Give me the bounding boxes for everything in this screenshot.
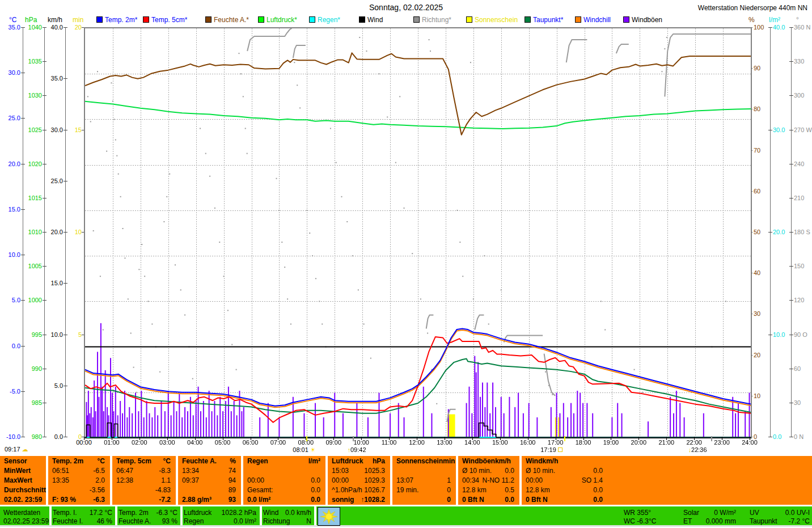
table-cell: 2.88 g/m³93 xyxy=(178,495,241,505)
cell-value: °C xyxy=(98,457,110,465)
axis-tick xyxy=(789,369,793,369)
legend-item-6: Wind xyxy=(359,16,383,24)
cell-label: 00:00 xyxy=(243,476,264,484)
axis-tick xyxy=(21,73,25,73)
legend-item-7: Richtung* xyxy=(413,16,451,24)
axis-tick xyxy=(43,95,46,96)
axis-label-lm2: 20.0 xyxy=(773,229,785,235)
time-tick xyxy=(556,437,556,440)
axis-label-deg: 30 xyxy=(794,399,801,406)
status-separator xyxy=(314,506,316,525)
cell-value: -6.5 xyxy=(93,467,110,475)
axis-label-deg: 60 xyxy=(794,365,801,372)
axis-label-hPa: 985 xyxy=(0,399,42,406)
cell-label: 00:00 xyxy=(522,476,543,484)
table-column-Feuchte A.: Feuchte A.%13:347409:3794892.88 g/m³93 xyxy=(178,456,241,505)
cell-value: % xyxy=(230,457,241,465)
moon-cloud-icon: ☁ xyxy=(22,446,28,453)
time-tick xyxy=(528,437,528,440)
cell-label: 0 Bft N xyxy=(458,496,484,504)
axis-tick xyxy=(768,232,772,233)
axis-tick xyxy=(789,198,793,198)
axis-label-min: 5 xyxy=(0,331,82,338)
axis-unit-label: °C xyxy=(9,16,16,24)
table-cell: Durchschnitt xyxy=(0,485,46,495)
cell-value: 0.5 xyxy=(505,486,519,494)
event-tick xyxy=(353,436,354,441)
legend-swatch-icon xyxy=(205,16,212,23)
cell-label: Windböen xyxy=(458,457,495,465)
axis-label-min: 0 xyxy=(0,433,82,440)
cell-value: 0.0 xyxy=(311,486,325,494)
table-cell: 19 min.0 xyxy=(392,485,456,495)
sunset-square-icon xyxy=(558,447,563,452)
cell-label: sonnig xyxy=(328,496,354,504)
status-separator xyxy=(49,506,52,525)
axis-label-tempC: 0.0 xyxy=(0,343,20,349)
cell-value: 0.0 xyxy=(593,467,608,475)
status-value: 0.0 l/m² xyxy=(184,517,256,525)
legend-swatch-icon xyxy=(359,16,365,23)
cell-label: 00:00 xyxy=(328,476,349,484)
legend-swatch-icon xyxy=(575,16,581,23)
time-tick xyxy=(251,437,251,440)
cell-label: Sensor xyxy=(0,457,27,465)
table-cell: -4.83 xyxy=(112,485,176,495)
axis-label-hPa: 1015 xyxy=(0,195,42,201)
cell-value: hPa xyxy=(373,457,390,465)
table-cell: MaxWert xyxy=(0,475,46,485)
sensor-summary-table: SensorMinWertMaxWertDurchschnitt02.02. 2… xyxy=(0,456,812,505)
cell-label: Sonnenschein xyxy=(392,457,443,465)
cell-label: 13:07 xyxy=(392,476,413,484)
event-time: 08:01 xyxy=(293,446,308,453)
axis-label-lm2: 0.0 xyxy=(773,433,781,440)
status-value: 0.000 mm xyxy=(683,517,736,525)
axis-label-kmh: 35.0 xyxy=(0,75,63,82)
cell-label: 19 min. xyxy=(392,486,418,494)
axis-tick xyxy=(789,164,793,164)
table-cell: sonnig↑1028.2 xyxy=(328,495,390,505)
station-name: Wetterstation Niedersorpe 440m NN xyxy=(698,4,807,12)
cell-value: 1025.3 xyxy=(364,467,390,475)
axis-label-hPa: 1030 xyxy=(0,92,42,99)
legend-label: Temp. 5cm* xyxy=(151,16,187,24)
status-value: 0.0 UV-I xyxy=(750,509,810,517)
time-tick xyxy=(666,437,667,440)
cell-value: 0.0 xyxy=(593,496,608,504)
table-cell: Gesamt:0.0 xyxy=(243,485,325,495)
status-value: 46 % xyxy=(53,517,112,525)
table-cell: Temp. 5cm°C xyxy=(112,456,176,466)
axis-label-pct: 100 xyxy=(754,24,764,31)
cell-value: SO 1.4 xyxy=(582,476,608,484)
axis-label-deg: 90 O xyxy=(794,331,807,338)
status-label: Wetterdaten xyxy=(3,509,40,517)
cell-label: 12:38 xyxy=(112,476,133,484)
axis-tick xyxy=(789,61,793,62)
axis-label-hPa: 990 xyxy=(0,365,42,372)
axis-label-hPa: 1005 xyxy=(0,263,42,269)
axis-label-min: 10 xyxy=(0,229,82,235)
axis-label-pct: 80 xyxy=(754,105,760,112)
table-cell: 00:000.0 xyxy=(243,475,325,485)
cell-value: -3.56 xyxy=(90,486,110,494)
cell-value: 0.0 xyxy=(505,496,519,504)
legend-item-11: Windböen xyxy=(623,16,662,24)
legend-item-3: Feuchte A.* xyxy=(205,16,249,24)
axis-label-pct: 10 xyxy=(754,392,760,399)
event-label-0801: 08:01 ☀ xyxy=(293,446,315,454)
axis-tick xyxy=(789,335,793,335)
table-cell: 13:3474 xyxy=(178,466,241,475)
table-cell: 12:381.1 xyxy=(112,475,176,485)
time-tick xyxy=(389,437,390,440)
table-cell: 0 xyxy=(392,495,456,505)
cell-value: -8.3 xyxy=(159,467,176,475)
legend-item-9: Taupunkt* xyxy=(525,16,563,24)
legend-swatch-icon xyxy=(96,16,103,23)
status-value: 17.2 °C xyxy=(53,509,112,517)
cell-label: Wind xyxy=(522,457,542,465)
event-tick xyxy=(711,436,712,441)
status-label: WR 355° xyxy=(624,509,651,517)
event-time: 22:36 xyxy=(691,446,707,453)
legend-swatch-icon xyxy=(258,16,264,23)
table-cell: 06:51-6.5 xyxy=(48,466,110,475)
